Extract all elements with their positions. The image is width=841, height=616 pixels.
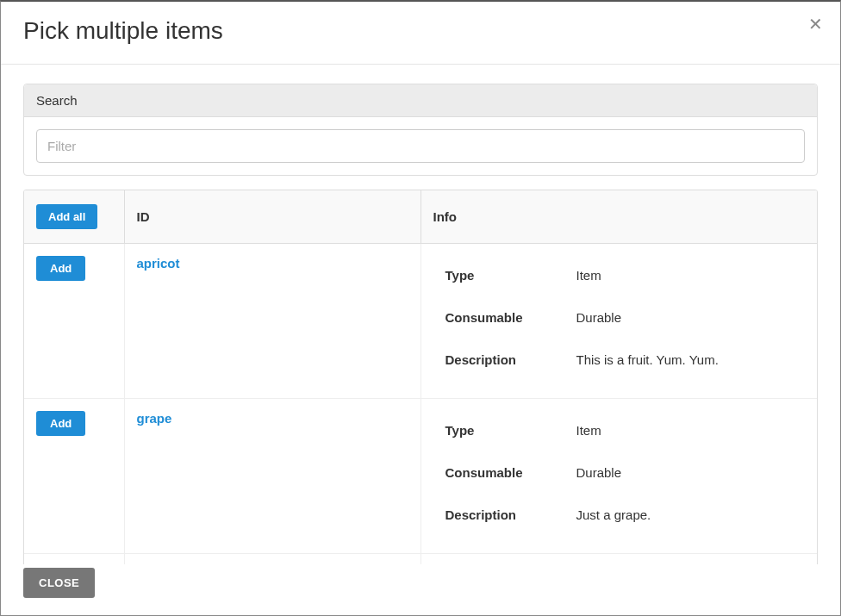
filter-input[interactable] xyxy=(36,129,805,163)
info-val-consumable: Durable xyxy=(564,298,731,340)
close-icon[interactable]: ✕ xyxy=(805,12,826,36)
info-key-type: Type xyxy=(433,411,564,453)
info-val-type: Item xyxy=(564,256,731,298)
info-table: Type Item Consumable Durable Description… xyxy=(433,256,731,383)
close-button[interactable]: CLOSE xyxy=(23,568,95,598)
cell-info: Type Item Consumable Durable Description… xyxy=(420,244,817,399)
info-val-type: Item xyxy=(564,411,663,453)
item-id-link[interactable]: apricot xyxy=(137,256,180,271)
col-header-id: ID xyxy=(124,190,420,244)
table-row: Add apricot Type Item xyxy=(24,244,817,399)
info-val-description: This is a fruit. Yum. Yum. xyxy=(564,340,731,383)
add-all-button[interactable]: Add all xyxy=(36,204,97,229)
item-id-link[interactable]: grape xyxy=(137,411,172,426)
search-panel-header: Search xyxy=(24,84,817,117)
table-header-row: Add all ID Info xyxy=(24,190,817,244)
cell-info: Type Item Consumable Durable Description… xyxy=(420,399,817,554)
info-table: Type Item Consumable Durable Description… xyxy=(433,411,663,538)
info-key-description: Description xyxy=(433,495,564,538)
search-panel: Search xyxy=(23,84,818,176)
info-key-consumable: Consumable xyxy=(433,298,564,340)
info-key-consumable: Consumable xyxy=(433,453,564,495)
cell-info: Type Item Consumable Durable Description… xyxy=(420,554,817,565)
info-key-description: Description xyxy=(433,340,564,383)
items-table-wrap: Add all ID Info Add apricot xyxy=(23,190,818,564)
modal: Pick multiple items ✕ Search Add all xyxy=(0,0,841,616)
col-header-add: Add all xyxy=(24,190,124,244)
modal-body: Search Add all ID Info xyxy=(1,65,840,564)
table-row: Add grape Type Item xyxy=(24,399,817,554)
search-panel-body xyxy=(24,117,817,175)
modal-footer: CLOSE xyxy=(1,564,840,615)
info-val-consumable: Durable xyxy=(564,453,663,495)
cell-add: Add xyxy=(24,244,124,399)
cell-id: pear xyxy=(124,554,420,565)
info-val-description: Just a grape. xyxy=(564,495,663,538)
cell-add: Add xyxy=(24,554,124,565)
modal-header: Pick multiple items ✕ xyxy=(1,2,840,65)
info-key-type: Type xyxy=(433,256,564,298)
cell-id: grape xyxy=(124,399,420,554)
col-header-info: Info xyxy=(420,190,817,244)
items-table: Add all ID Info Add apricot xyxy=(24,190,817,564)
modal-title: Pick multiple items xyxy=(23,17,818,45)
cell-id: apricot xyxy=(124,244,420,399)
table-row: Add pear Type Item xyxy=(24,554,817,565)
add-button[interactable]: Add xyxy=(36,411,85,436)
add-button[interactable]: Add xyxy=(36,256,85,281)
cell-add: Add xyxy=(24,399,124,554)
